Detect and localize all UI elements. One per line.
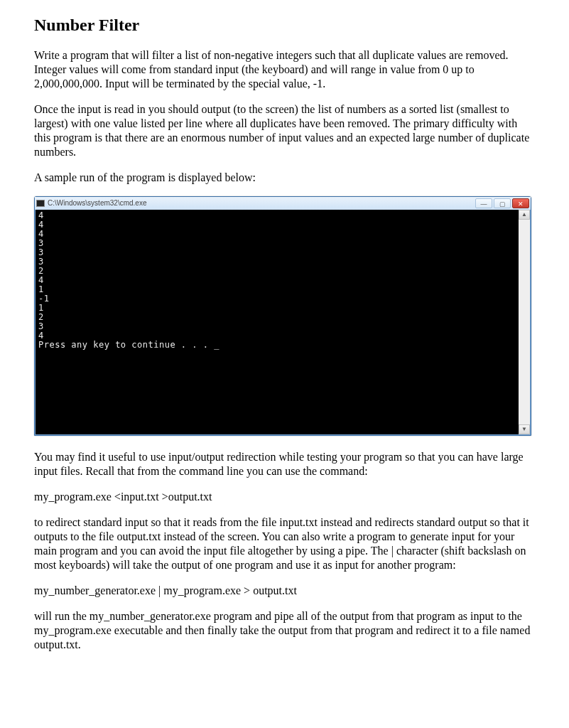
maximize-button[interactable]: ▢ [494, 198, 511, 208]
paragraph-output-spec: Once the input is read in you should out… [34, 102, 535, 159]
cmd-titlebar: C:\Windows\system32\cmd.exe — ▢ ✕ [35, 197, 531, 210]
cmd-body-wrap: 4 4 4 3 3 3 2 4 1 -1 1 2 3 4 Press any k… [35, 210, 531, 435]
scroll-up-icon[interactable]: ▲ [519, 210, 530, 220]
paragraph-pipe-explain: will run the my_number_generator.exe pro… [34, 609, 535, 652]
cmd-title-text: C:\Windows\system32\cmd.exe [48, 199, 475, 208]
paragraph-sample-run: A sample run of the program is displayed… [34, 171, 535, 185]
cmd-scrollbar[interactable]: ▲ ▼ [519, 210, 530, 434]
paragraph-pipe: to redirect standard input so that it re… [34, 515, 535, 572]
paragraph-intro: Write a program that will filter a list … [34, 48, 535, 91]
command-line-redirect: my_program.exe <input.txt >output.txt [34, 490, 535, 504]
page-title: Number Filter [34, 14, 535, 36]
minimize-button[interactable]: — [475, 198, 492, 208]
cmd-icon [36, 200, 45, 207]
close-button[interactable]: ✕ [512, 198, 529, 208]
scroll-track[interactable] [519, 220, 530, 424]
cmd-body: 4 4 4 3 3 3 2 4 1 -1 1 2 3 4 Press any k… [36, 210, 519, 434]
command-line-pipe: my_number_generator.exe | my_program.exe… [34, 584, 535, 598]
cmd-window: C:\Windows\system32\cmd.exe — ▢ ✕ 4 4 4 … [34, 196, 531, 436]
paragraph-redirection: You may find it useful to use input/outp… [34, 450, 535, 478]
window-controls: — ▢ ✕ [475, 198, 529, 208]
scroll-down-icon[interactable]: ▼ [519, 424, 530, 434]
